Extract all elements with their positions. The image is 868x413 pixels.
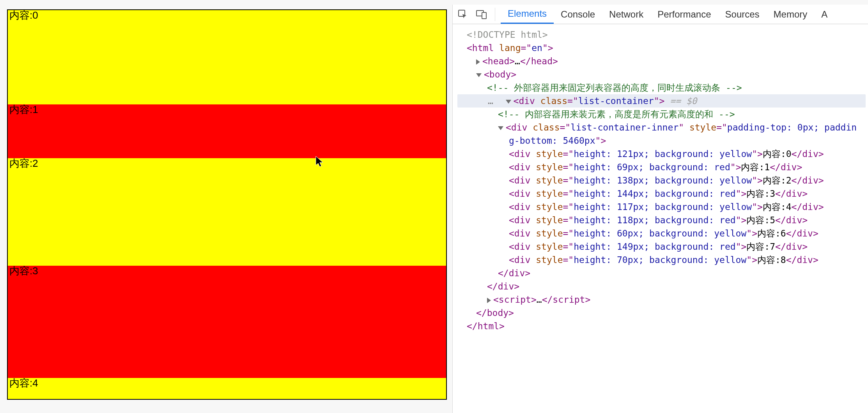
list-item: 内容:2 <box>8 158 446 266</box>
dom-node[interactable]: <script>…</script> <box>457 293 866 306</box>
dom-node[interactable]: <div style="height: 121px; background: y… <box>457 147 866 161</box>
dom-node[interactable]: </html> <box>457 319 866 333</box>
device-toggle-icon[interactable] <box>474 7 489 22</box>
dom-node[interactable]: </body> <box>457 306 866 319</box>
dom-node[interactable]: <!DOCTYPE html> <box>457 28 866 41</box>
inspect-element-icon[interactable] <box>455 7 471 22</box>
devtools-tab-memory[interactable]: Memory <box>767 5 815 24</box>
dom-node[interactable]: <div style="height: 144px; background: r… <box>457 187 866 200</box>
dom-node-selected[interactable]: … <div class="list-container"> == $0 <box>457 94 866 108</box>
dom-node[interactable]: </div> <box>457 280 866 293</box>
dom-node[interactable]: <body> <box>457 68 866 81</box>
devtools-tab-performance[interactable]: Performance <box>650 5 718 24</box>
rendered-page-preview: 内容:0内容:1内容:2内容:3内容:4 <box>0 5 452 413</box>
list-item: 内容:4 <box>8 378 446 400</box>
dom-node[interactable]: <div style="height: 149px; background: r… <box>457 240 866 253</box>
elements-dom-tree[interactable]: <!DOCTYPE html><html lang="en"><head>…</… <box>453 24 868 413</box>
list-item: 内容:0 <box>8 10 446 104</box>
dom-node[interactable]: <div style="height: 118px; background: r… <box>457 214 866 227</box>
devtools-tab-sources[interactable]: Sources <box>718 5 767 24</box>
dom-node[interactable]: <div style="height: 60px; background: ye… <box>457 227 866 240</box>
devtools-panel: ElementsConsoleNetworkPerformanceSources… <box>452 5 868 413</box>
devtools-tab-network[interactable]: Network <box>602 5 650 24</box>
dom-node[interactable]: <head>…</head> <box>457 55 866 68</box>
dom-node[interactable]: <div class="list-container-inner" style=… <box>457 121 866 147</box>
dom-node[interactable]: <!-- 内部容器用来装元素，高度是所有元素高度的和 --> <box>457 108 866 121</box>
dom-node[interactable]: <html lang="en"> <box>457 41 866 55</box>
devtools-tab-a[interactable]: A <box>814 5 834 24</box>
devtools-tab-elements[interactable]: Elements <box>501 5 554 24</box>
devtools-tabs: ElementsConsoleNetworkPerformanceSources… <box>501 5 834 24</box>
dom-node[interactable]: <div style="height: 69px; background: re… <box>457 161 866 174</box>
list-item: 内容:1 <box>8 104 446 158</box>
dom-node[interactable]: <div style="height: 138px; background: y… <box>457 174 866 187</box>
devtools-toolbar: ElementsConsoleNetworkPerformanceSources… <box>453 5 868 24</box>
dom-node[interactable]: <div style="height: 117px; background: y… <box>457 200 866 214</box>
list-container[interactable]: 内容:0内容:1内容:2内容:3内容:4 <box>7 9 447 400</box>
dom-node[interactable]: </div> <box>457 267 866 280</box>
devtools-tab-console[interactable]: Console <box>554 5 602 24</box>
dom-node[interactable]: <div style="height: 70px; background: ye… <box>457 253 866 267</box>
list-item: 内容:3 <box>8 266 446 378</box>
svg-rect-2 <box>482 12 486 19</box>
dom-node[interactable]: <!-- 外部容器用来固定列表容器的高度，同时生成滚动条 --> <box>457 81 866 94</box>
